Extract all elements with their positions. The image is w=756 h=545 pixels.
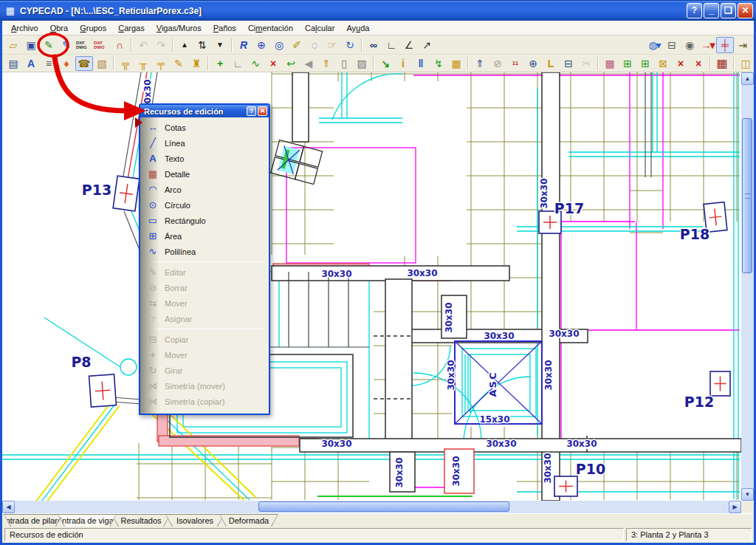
escaleras-icon[interactable]: ≡ — [40, 56, 58, 71]
palette-help-button[interactable]: ? — [247, 106, 256, 116]
tab-isovalores[interactable]: Isovalores — [165, 514, 224, 527]
plantas-view-icon[interactable]: ▤ — [4, 56, 22, 71]
zoom-x2-icon[interactable]: ◎ — [270, 37, 288, 53]
reticular-grid-icon[interactable]: ▦ — [713, 56, 731, 71]
numerar-icon[interactable]: 11 — [506, 56, 524, 71]
rigidizar-icon[interactable]: ↯ — [430, 56, 447, 71]
menu-cimentacion[interactable]: Cimentación — [242, 22, 299, 34]
print-resources-icon[interactable]: ✎ — [58, 37, 75, 53]
object-snap-magnet-icon[interactable]: ∩ — [111, 37, 128, 53]
palette-title-bar[interactable]: Recursos de edición ? ✕ — [140, 105, 269, 117]
angle-icon[interactable]: ∠ — [400, 37, 418, 53]
undo-icon[interactable]: ↶ — [134, 37, 152, 53]
tab-entrada-de-vigas[interactable]: Entrada de vigas — [58, 514, 117, 527]
puerta-icon[interactable]: ▯ — [335, 56, 353, 71]
palette-item-simetria-mover[interactable]: ⋈ Simetría (mover) — [140, 378, 269, 394]
sin-numero-icon[interactable]: ⊘ — [489, 56, 506, 71]
desnivel-icon[interactable]: ∿ — [247, 56, 264, 71]
vertical-scrollbar[interactable]: ▲ ▼ — [741, 72, 754, 501]
menu-ayuda[interactable]: Ayuda — [340, 22, 375, 34]
palette-item-polilinea[interactable]: ∿ Polilínea — [140, 244, 269, 259]
print-icon[interactable]: ⊟ — [663, 37, 681, 53]
open-file-icon[interactable]: ▱ — [4, 37, 22, 53]
copiar-pano-icon[interactable]: ↩ — [282, 56, 300, 71]
drawing-canvas[interactable]: 30x3030x3030x3030x3030x3030x3030x3015x30… — [2, 72, 754, 513]
config-bars-icon[interactable]: ╪ — [716, 37, 734, 53]
borrar-pano-icon[interactable]: × — [264, 56, 282, 71]
info-viga-icon[interactable]: i — [394, 56, 412, 71]
malla-modificar-icon[interactable]: ⊠ — [654, 56, 672, 71]
palette-item-detalle[interactable]: ▦ Detalle — [140, 166, 269, 182]
search-binoculars-icon[interactable]: ∞ — [365, 37, 382, 53]
malla-anadir-icon[interactable]: ⊞ — [619, 56, 636, 71]
borde-pano-icon[interactable]: ∟ — [229, 56, 247, 71]
vista-herramienta-icon[interactable]: ◫ — [737, 56, 755, 71]
save-icon[interactable]: ▣ — [22, 37, 40, 53]
edition-resources-icon[interactable]: ✎ — [40, 37, 58, 53]
menu-calcular[interactable]: Calcular — [299, 22, 340, 34]
pegar-pano-icon[interactable]: ◀ — [300, 56, 317, 71]
palette-item-arco[interactable]: ◠ Arco — [140, 182, 269, 197]
group-up-icon[interactable]: ▲ — [176, 37, 193, 53]
horizontal-scroll-track[interactable] — [15, 501, 729, 513]
sumar-icon[interactable]: ⊕ — [524, 56, 542, 71]
menu-vigas-muros[interactable]: Vigas/Muros — [151, 22, 207, 34]
copiar-numero-icon[interactable]: ⊟ — [560, 56, 577, 71]
tab-resultados[interactable]: Resultados — [111, 514, 171, 527]
menu-cargas[interactable]: Cargas — [112, 22, 150, 34]
menu-panos[interactable]: Paños — [207, 22, 242, 34]
export-icon[interactable]: →▾ — [698, 37, 716, 53]
scroll-right-button[interactable]: ▶ — [729, 501, 741, 513]
horizontal-scrollbar[interactable]: ◀ ▶ — [2, 501, 741, 513]
new-window-icon[interactable]: ⇥ — [734, 37, 752, 53]
cota-l-icon[interactable]: L — [542, 56, 560, 71]
subir-nivel-icon[interactable]: ⇑ — [471, 56, 489, 71]
malla-borrar-icon[interactable]: × — [672, 56, 690, 71]
redraw-icon[interactable]: ↻ — [341, 37, 359, 53]
subir-pano-icon[interactable]: ⇑ — [317, 56, 335, 71]
croquis-ab-icon[interactable]: ☎ — [75, 56, 93, 71]
minimize-button[interactable]: _ — [704, 3, 719, 18]
palette-item-editar[interactable]: ✎ Editar — [140, 264, 269, 280]
viga-colgada-icon[interactable]: ╤ — [152, 56, 170, 71]
palette-item-circulo[interactable]: ⊙ Círculo — [140, 197, 269, 213]
tab-deformada[interactable]: Deformada — [219, 514, 278, 527]
palette-item-asignar[interactable]: ☞ Asignar — [140, 311, 269, 326]
malla-anadir2-icon[interactable]: ⊞ — [636, 56, 654, 71]
zoom-all-icon[interactable]: ⊕ — [252, 37, 270, 53]
menu-archivo[interactable]: Archivo — [5, 22, 44, 34]
menu-obra[interactable]: Obra — [44, 22, 74, 34]
vertical-scroll-thumb[interactable] — [742, 118, 752, 273]
zoom-window-icon[interactable]: ◌ — [306, 37, 323, 53]
close-button[interactable]: ✕ — [738, 3, 753, 18]
fuego-icon[interactable]: ♦ — [58, 56, 75, 71]
vista-3d-icon[interactable]: ▧ — [93, 56, 111, 71]
origin-axes-icon[interactable]: ∟ — [382, 37, 400, 53]
editar-viga-icon[interactable]: ✎ — [170, 56, 188, 71]
horizontal-scroll-thumb[interactable] — [258, 501, 509, 512]
cortar-icon[interactable]: ✂ — [577, 56, 595, 71]
malla-borrar2-icon[interactable]: × — [690, 56, 707, 71]
web-services-icon[interactable]: ◍▾ — [645, 37, 663, 53]
palette-item-rectangulo[interactable]: ▭ Rectángulo — [140, 213, 269, 228]
redo-icon[interactable]: ↷ — [152, 37, 170, 53]
maximize-button[interactable]: ❏ — [721, 3, 736, 18]
grupos-edit-icon[interactable]: A — [22, 56, 40, 71]
viga-especial-icon[interactable]: ♜ — [188, 56, 205, 71]
introducir-viga-icon[interactable]: ╦ — [117, 56, 134, 71]
alinear-icon[interactable]: ‖ — [412, 56, 430, 71]
nuevo-pano-icon[interactable]: + — [211, 56, 229, 71]
palette-item-mover2[interactable]: + Mover — [140, 347, 269, 363]
palette-close-button[interactable]: ✕ — [258, 106, 267, 116]
vertical-scroll-track[interactable] — [741, 85, 754, 488]
palette-item-texto[interactable]: A Texto — [140, 151, 269, 166]
viga-plana-icon[interactable]: ╥ — [134, 56, 152, 71]
dxf-layers-icon[interactable]: DXF DWG — [93, 37, 111, 53]
scroll-up-button[interactable]: ▲ — [741, 72, 754, 85]
zoom-previous-icon[interactable]: R — [235, 37, 252, 53]
palette-item-mover[interactable]: ⇆ Mover — [140, 295, 269, 311]
palette-item-girar[interactable]: ↻ Girar — [140, 363, 269, 378]
datos-pano-icon[interactable]: ▨ — [353, 56, 371, 71]
scroll-left-button[interactable]: ◀ — [2, 501, 15, 513]
group-select-icon[interactable]: ⇅ — [193, 37, 211, 53]
